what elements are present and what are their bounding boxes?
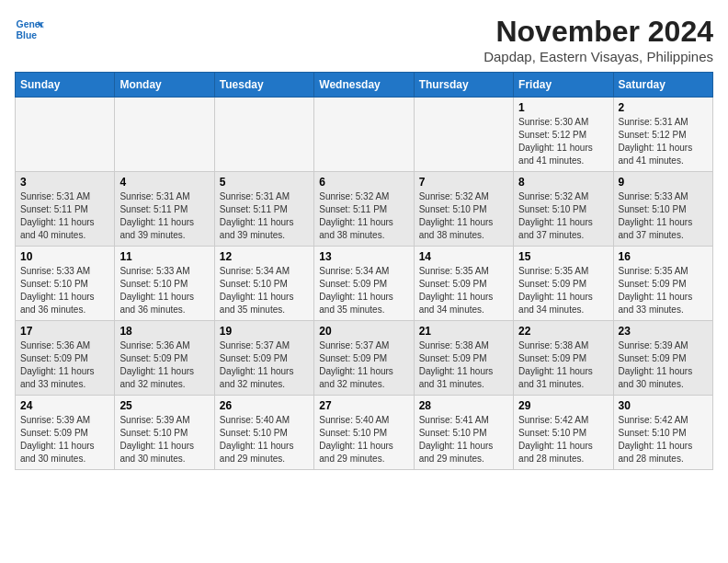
calendar-cell: 14Sunrise: 5:35 AM Sunset: 5:09 PM Dayli… bbox=[414, 247, 513, 321]
calendar-cell: 18Sunrise: 5:36 AM Sunset: 5:09 PM Dayli… bbox=[115, 321, 214, 396]
calendar-cell: 26Sunrise: 5:40 AM Sunset: 5:10 PM Dayli… bbox=[214, 396, 313, 470]
day-info: Sunrise: 5:32 AM Sunset: 5:11 PM Dayligh… bbox=[319, 190, 408, 242]
calendar-cell: 27Sunrise: 5:40 AM Sunset: 5:10 PM Dayli… bbox=[314, 396, 414, 470]
day-info: Sunrise: 5:32 AM Sunset: 5:10 PM Dayligh… bbox=[419, 190, 508, 242]
calendar-cell: 30Sunrise: 5:42 AM Sunset: 5:10 PM Dayli… bbox=[613, 396, 712, 470]
calendar-cell: 19Sunrise: 5:37 AM Sunset: 5:09 PM Dayli… bbox=[214, 321, 313, 396]
day-info: Sunrise: 5:36 AM Sunset: 5:09 PM Dayligh… bbox=[119, 339, 209, 391]
day-info: Sunrise: 5:37 AM Sunset: 5:09 PM Dayligh… bbox=[220, 339, 309, 391]
calendar-cell: 8Sunrise: 5:32 AM Sunset: 5:10 PM Daylig… bbox=[514, 172, 613, 247]
page-title: November 2024 bbox=[483, 15, 713, 49]
day-number: 1 bbox=[518, 101, 608, 114]
day-number: 8 bbox=[518, 176, 608, 189]
day-number: 13 bbox=[319, 250, 408, 263]
day-info: Sunrise: 5:38 AM Sunset: 5:09 PM Dayligh… bbox=[518, 339, 608, 391]
calendar-cell: 9Sunrise: 5:33 AM Sunset: 5:10 PM Daylig… bbox=[613, 172, 712, 247]
calendar-cell bbox=[115, 98, 214, 172]
day-number: 12 bbox=[220, 250, 309, 263]
day-info: Sunrise: 5:33 AM Sunset: 5:10 PM Dayligh… bbox=[619, 190, 708, 242]
weekday-header: Wednesday bbox=[314, 73, 414, 98]
calendar-cell: 24Sunrise: 5:39 AM Sunset: 5:09 PM Dayli… bbox=[16, 396, 115, 470]
calendar-week-row: 10Sunrise: 5:33 AM Sunset: 5:10 PM Dayli… bbox=[16, 247, 713, 321]
calendar-cell: 5Sunrise: 5:31 AM Sunset: 5:11 PM Daylig… bbox=[214, 172, 313, 247]
calendar-cell: 6Sunrise: 5:32 AM Sunset: 5:11 PM Daylig… bbox=[314, 172, 414, 247]
day-info: Sunrise: 5:33 AM Sunset: 5:10 PM Dayligh… bbox=[119, 265, 209, 316]
calendar-cell: 2Sunrise: 5:31 AM Sunset: 5:12 PM Daylig… bbox=[613, 98, 712, 172]
day-number: 4 bbox=[119, 176, 209, 189]
calendar-cell bbox=[214, 98, 313, 172]
calendar-week-row: 1Sunrise: 5:30 AM Sunset: 5:12 PM Daylig… bbox=[16, 98, 713, 172]
calendar-cell bbox=[16, 98, 115, 172]
svg-text:Blue: Blue bbox=[17, 30, 38, 40]
calendar-cell bbox=[314, 98, 414, 172]
day-info: Sunrise: 5:34 AM Sunset: 5:09 PM Dayligh… bbox=[319, 265, 408, 316]
calendar-week-row: 24Sunrise: 5:39 AM Sunset: 5:09 PM Dayli… bbox=[16, 396, 713, 470]
calendar-cell: 17Sunrise: 5:36 AM Sunset: 5:09 PM Dayli… bbox=[16, 321, 115, 396]
calendar-cell: 20Sunrise: 5:37 AM Sunset: 5:09 PM Dayli… bbox=[314, 321, 414, 396]
day-number: 28 bbox=[419, 399, 508, 412]
calendar-cell: 4Sunrise: 5:31 AM Sunset: 5:11 PM Daylig… bbox=[115, 172, 214, 247]
calendar-cell: 16Sunrise: 5:35 AM Sunset: 5:09 PM Dayli… bbox=[613, 247, 712, 321]
day-number: 6 bbox=[319, 176, 408, 189]
day-info: Sunrise: 5:31 AM Sunset: 5:11 PM Dayligh… bbox=[20, 190, 109, 242]
day-number: 5 bbox=[220, 176, 309, 189]
day-info: Sunrise: 5:32 AM Sunset: 5:10 PM Dayligh… bbox=[518, 190, 608, 242]
day-info: Sunrise: 5:38 AM Sunset: 5:09 PM Dayligh… bbox=[419, 339, 508, 391]
day-number: 2 bbox=[619, 101, 708, 114]
calendar-cell: 7Sunrise: 5:32 AM Sunset: 5:10 PM Daylig… bbox=[414, 172, 513, 247]
day-info: Sunrise: 5:39 AM Sunset: 5:09 PM Dayligh… bbox=[619, 339, 708, 391]
day-number: 14 bbox=[419, 250, 508, 263]
calendar-cell: 11Sunrise: 5:33 AM Sunset: 5:10 PM Dayli… bbox=[115, 247, 214, 321]
calendar-cell: 12Sunrise: 5:34 AM Sunset: 5:10 PM Dayli… bbox=[214, 247, 313, 321]
day-number: 9 bbox=[619, 176, 708, 189]
calendar-cell: 21Sunrise: 5:38 AM Sunset: 5:09 PM Dayli… bbox=[414, 321, 513, 396]
day-info: Sunrise: 5:40 AM Sunset: 5:10 PM Dayligh… bbox=[220, 414, 309, 465]
day-info: Sunrise: 5:33 AM Sunset: 5:10 PM Dayligh… bbox=[20, 265, 109, 316]
day-number: 7 bbox=[419, 176, 508, 189]
calendar-cell: 23Sunrise: 5:39 AM Sunset: 5:09 PM Dayli… bbox=[613, 321, 712, 396]
day-info: Sunrise: 5:31 AM Sunset: 5:12 PM Dayligh… bbox=[619, 116, 708, 167]
title-block: November 2024 Dapdap, Eastern Visayas, P… bbox=[483, 15, 713, 64]
day-number: 21 bbox=[419, 325, 508, 338]
calendar-cell: 15Sunrise: 5:35 AM Sunset: 5:09 PM Dayli… bbox=[514, 247, 613, 321]
day-number: 18 bbox=[119, 325, 209, 338]
day-info: Sunrise: 5:39 AM Sunset: 5:09 PM Dayligh… bbox=[20, 414, 109, 465]
day-info: Sunrise: 5:35 AM Sunset: 5:09 PM Dayligh… bbox=[518, 265, 608, 316]
day-info: Sunrise: 5:34 AM Sunset: 5:10 PM Dayligh… bbox=[220, 265, 309, 316]
day-number: 15 bbox=[518, 250, 608, 263]
day-info: Sunrise: 5:35 AM Sunset: 5:09 PM Dayligh… bbox=[419, 265, 508, 316]
calendar-cell bbox=[414, 98, 513, 172]
calendar-cell: 13Sunrise: 5:34 AM Sunset: 5:09 PM Dayli… bbox=[314, 247, 414, 321]
calendar-week-row: 3Sunrise: 5:31 AM Sunset: 5:11 PM Daylig… bbox=[16, 172, 713, 247]
day-info: Sunrise: 5:42 AM Sunset: 5:10 PM Dayligh… bbox=[518, 414, 608, 465]
day-number: 30 bbox=[619, 399, 708, 412]
weekday-header: Sunday bbox=[16, 73, 115, 98]
day-info: Sunrise: 5:31 AM Sunset: 5:11 PM Dayligh… bbox=[119, 190, 209, 242]
day-number: 23 bbox=[619, 325, 708, 338]
day-number: 17 bbox=[20, 325, 109, 338]
day-number: 20 bbox=[319, 325, 408, 338]
day-number: 26 bbox=[220, 399, 309, 412]
calendar-header-row: SundayMondayTuesdayWednesdayThursdayFrid… bbox=[16, 73, 713, 98]
day-info: Sunrise: 5:37 AM Sunset: 5:09 PM Dayligh… bbox=[319, 339, 408, 391]
calendar-cell: 10Sunrise: 5:33 AM Sunset: 5:10 PM Dayli… bbox=[16, 247, 115, 321]
weekday-header: Monday bbox=[115, 73, 214, 98]
day-info: Sunrise: 5:40 AM Sunset: 5:10 PM Dayligh… bbox=[319, 414, 408, 465]
calendar-cell: 1Sunrise: 5:30 AM Sunset: 5:12 PM Daylig… bbox=[514, 98, 613, 172]
day-info: Sunrise: 5:39 AM Sunset: 5:10 PM Dayligh… bbox=[119, 414, 209, 465]
day-number: 24 bbox=[20, 399, 109, 412]
day-number: 22 bbox=[518, 325, 608, 338]
day-info: Sunrise: 5:31 AM Sunset: 5:11 PM Dayligh… bbox=[220, 190, 309, 242]
day-info: Sunrise: 5:35 AM Sunset: 5:09 PM Dayligh… bbox=[619, 265, 708, 316]
calendar-week-row: 17Sunrise: 5:36 AM Sunset: 5:09 PM Dayli… bbox=[16, 321, 713, 396]
day-number: 27 bbox=[319, 399, 408, 412]
calendar-table: SundayMondayTuesdayWednesdayThursdayFrid… bbox=[15, 72, 713, 470]
day-number: 25 bbox=[119, 399, 209, 412]
day-number: 3 bbox=[20, 176, 109, 189]
weekday-header: Saturday bbox=[613, 73, 712, 98]
day-info: Sunrise: 5:36 AM Sunset: 5:09 PM Dayligh… bbox=[20, 339, 109, 391]
day-number: 16 bbox=[619, 250, 708, 263]
calendar-cell: 22Sunrise: 5:38 AM Sunset: 5:09 PM Dayli… bbox=[514, 321, 613, 396]
weekday-header: Friday bbox=[514, 73, 613, 98]
calendar-cell: 29Sunrise: 5:42 AM Sunset: 5:10 PM Dayli… bbox=[514, 396, 613, 470]
